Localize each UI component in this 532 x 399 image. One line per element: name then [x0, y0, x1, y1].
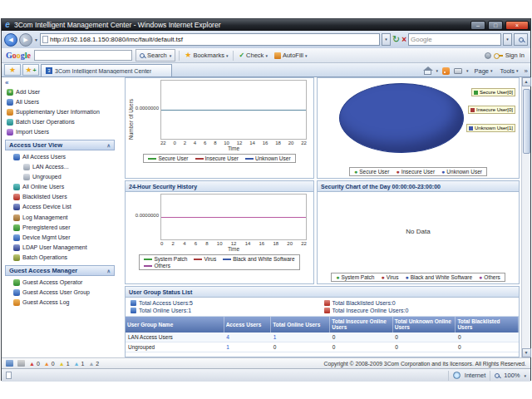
sidebar-item-supplementary-user-information[interactable]: Supplementary User Information: [5, 107, 118, 117]
google-search-input[interactable]: [34, 50, 132, 61]
check-button[interactable]: Check: [237, 52, 268, 59]
scrollbar-thumb[interactable]: [523, 89, 530, 154]
zoom-level[interactable]: 100%: [504, 372, 520, 379]
page-menu[interactable]: Page: [472, 67, 494, 75]
bookmarks-button[interactable]: Bookmarks: [183, 52, 229, 59]
message-icon[interactable]: [17, 360, 25, 367]
search-go-button[interactable]: [514, 33, 528, 46]
tab-favicon: 3: [46, 67, 52, 74]
sidebar-item-batch-operations[interactable]: Batch Operations: [12, 253, 118, 263]
stop-icon[interactable]: [401, 35, 406, 44]
sidebar-item-device-mgmt-user[interactable]: Device Mgmt User: [12, 233, 118, 243]
sidebar-item-all-access-users[interactable]: All Access Users: [12, 152, 118, 162]
sidebar-item-all-online-users[interactable]: All Online Users: [12, 182, 118, 192]
close-button[interactable]: [505, 21, 529, 30]
settings-icon[interactable]: [485, 52, 491, 59]
home-icon[interactable]: [424, 70, 431, 75]
vertical-scrollbar[interactable]: [521, 77, 530, 357]
alarm-info[interactable]: 2: [88, 361, 99, 367]
summary-item: Total Access Users:5: [131, 300, 321, 306]
url-input[interactable]: [50, 36, 377, 43]
callout-label: Unknown User[1]: [475, 126, 513, 131]
collapse-section-icon[interactable]: [107, 142, 111, 148]
alarm-sound-icon[interactable]: [6, 360, 13, 367]
sign-in-button[interactable]: Sign In: [483, 52, 526, 59]
section-header-guest-access-manager[interactable]: Guest Access Manager: [5, 265, 115, 276]
sidebar-item-ldap-user-management[interactable]: LDAP User Management: [12, 243, 118, 253]
chevron-down-icon[interactable]: [524, 373, 526, 378]
back-button[interactable]: [4, 33, 17, 47]
cell-group-name: Ungrouped: [126, 342, 224, 352]
sidebar-item-label: All Users: [16, 99, 39, 106]
sidebar-item-add-user[interactable]: +Add User: [5, 87, 118, 97]
chevron-down-icon[interactable]: [466, 68, 469, 73]
legend-label: Black and White Software: [233, 256, 294, 262]
security-chart-of-day-panel: Security Chart of the Day 00:00:00-23:00…: [317, 180, 520, 284]
dashboard-main: Number of Users 0.0000000 22024681012141…: [118, 77, 521, 357]
collapse-section-icon[interactable]: [107, 268, 111, 273]
more-commands-icon[interactable]: [525, 67, 528, 75]
section-header-access-user-view[interactable]: Access User View: [5, 140, 115, 150]
bookmarks-label: Bookmarks: [193, 52, 224, 59]
favorites-center-button[interactable]: [4, 64, 21, 76]
legend-item: Black and White Software: [405, 274, 472, 280]
search-box[interactable]: Google: [408, 33, 501, 46]
history-dropdown-icon[interactable]: ▼: [34, 37, 38, 42]
maximize-button[interactable]: [488, 21, 503, 30]
x-tick-label: 16: [259, 241, 265, 246]
sidebar-item-preregistered-user[interactable]: Preregistered user: [12, 223, 118, 233]
online-users-icon: [131, 308, 136, 313]
sidebar-item-log-management[interactable]: Log Management: [12, 213, 118, 223]
sidebar-item-lan-access[interactable]: LAN Access...: [22, 162, 118, 172]
slice-swatch: [470, 108, 475, 112]
feeds-icon[interactable]: [442, 67, 450, 75]
alarm-critical[interactable]: 0: [29, 361, 40, 367]
user-info-icon: [7, 109, 13, 116]
sidebar-item-guest-access-operator[interactable]: Guest Access Operator: [12, 278, 118, 288]
cell-online-users-link[interactable]: 1: [271, 332, 330, 342]
sidebar-item-blacklisted-users[interactable]: Blacklisted Users: [12, 192, 118, 202]
x-tick-label: 20: [287, 241, 293, 246]
add-favorite-button[interactable]: [22, 64, 39, 76]
chevron-down-icon[interactable]: [436, 68, 438, 73]
scroll-up-button[interactable]: [522, 77, 531, 86]
alarm-minor[interactable]: 1: [59, 361, 70, 367]
sidebar-item-all-users[interactable]: All Users: [5, 97, 118, 107]
chart-legend: Secure User Insecure User Unknown User: [143, 154, 295, 163]
star-icon: [185, 52, 191, 59]
forward-button[interactable]: [19, 33, 32, 47]
url-dropdown-button[interactable]: [382, 33, 391, 46]
x-tick-label: 2: [172, 241, 175, 246]
cell-access-users-link[interactable]: 1: [224, 342, 271, 352]
alarm-major[interactable]: 0: [44, 361, 55, 367]
sidebar-item-batch-user-operations[interactable]: Batch User Operations: [5, 117, 118, 127]
minimize-button[interactable]: [470, 21, 485, 30]
sidebar-item-label: All Online Users: [22, 184, 64, 190]
legend-item: Unknown User: [441, 169, 482, 175]
x-tick-label: 8: [214, 140, 216, 145]
legend-dot: [396, 169, 399, 175]
collapse-navigation-icon[interactable]: [5, 79, 118, 87]
google-search-button[interactable]: Search: [135, 49, 175, 62]
legend-item: Virus: [381, 274, 398, 280]
autofill-button[interactable]: AutoFill: [273, 52, 309, 59]
sidebar-item-guest-access-log[interactable]: Guest Access Log: [12, 298, 118, 308]
sidebar-item-access-device-list[interactable]: Access Device List: [12, 202, 118, 212]
legend-dot: [405, 274, 408, 280]
tools-menu[interactable]: Tools: [499, 67, 520, 75]
legend-item: Virus: [194, 256, 216, 262]
sidebar-item-ungrouped[interactable]: Ungrouped: [22, 172, 118, 182]
search-dropdown-button[interactable]: [503, 33, 512, 46]
alarm-warning[interactable]: 1: [74, 361, 85, 367]
sidebar-item-import-users[interactable]: Import Users: [5, 127, 118, 137]
sidebar-item-guest-access-user-group[interactable]: Guest Access User Group: [12, 288, 118, 298]
refresh-icon[interactable]: [392, 35, 400, 44]
tab-imc[interactable]: 3 3Com Intelligent Management Center: [41, 64, 172, 76]
users-icon: [131, 300, 136, 306]
x-tick-label: 22: [301, 241, 307, 246]
print-icon[interactable]: [454, 68, 462, 74]
scroll-down-button[interactable]: [522, 348, 531, 357]
url-field[interactable]: [40, 33, 380, 46]
cell-access-users-link[interactable]: 4: [224, 332, 271, 342]
legend-label: Others: [154, 263, 170, 268]
